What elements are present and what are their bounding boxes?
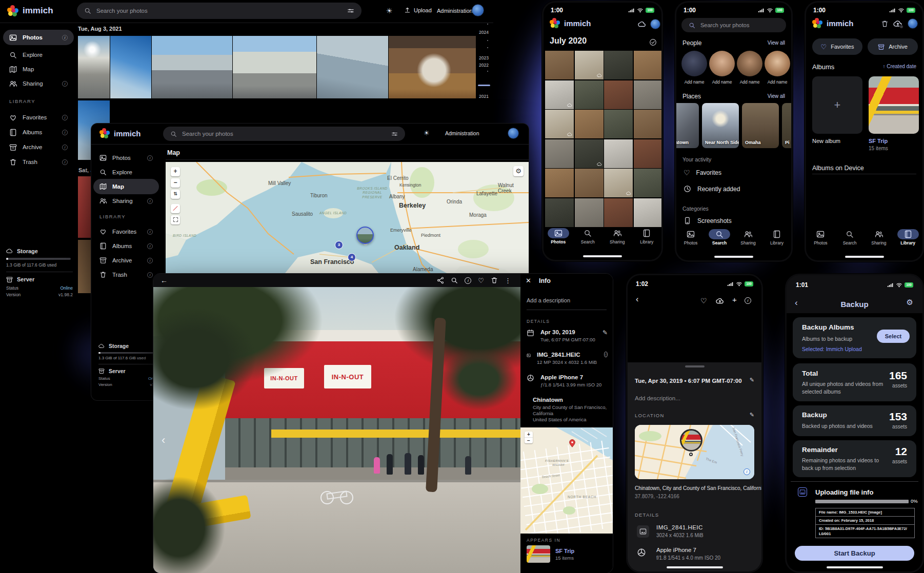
photo-thumbnail[interactable] — [634, 198, 662, 227]
administration-link[interactable]: Administration — [437, 8, 473, 14]
recently-added-row[interactable]: Recently added — [684, 185, 740, 193]
map-zoom-out-button[interactable]: − — [171, 178, 180, 188]
photo-thumbnail[interactable] — [604, 169, 633, 197]
add-description-field[interactable]: Add description... — [635, 395, 680, 401]
albums-sort-button[interactable]: ↑ Created date — [882, 64, 916, 69]
place-card[interactable]: Pi — [782, 103, 793, 148]
photo-thumbnail[interactable] — [575, 80, 604, 109]
start-backup-button[interactable]: Start Backup — [795, 546, 914, 561]
upload-button[interactable]: Upload — [404, 7, 432, 13]
favorite-heart-icon[interactable]: ♡ — [700, 297, 707, 305]
back-arrow-icon[interactable]: ← — [160, 276, 168, 284]
photo-thumbnail[interactable] — [604, 110, 633, 138]
sidebar-item-archive[interactable]: Archivei — [93, 253, 159, 268]
previous-photo-chevron[interactable]: ‹ — [162, 434, 165, 447]
places-view-all-link[interactable]: View all — [768, 93, 785, 99]
photo-thumbnail[interactable] — [575, 51, 604, 79]
photo-main[interactable]: IN-N-OUT IN-N-OUT ‹ — [153, 287, 520, 573]
sidebar-item-albums[interactable]: Albumsi — [3, 125, 74, 140]
place-card[interactable]: Near North Side — [702, 103, 739, 148]
photo-thumbnail[interactable] — [317, 36, 388, 98]
tab-library[interactable]: Library — [636, 228, 657, 244]
user-avatar[interactable] — [508, 128, 519, 139]
tab-sharing[interactable]: Sharing — [737, 229, 759, 245]
tab-library[interactable]: Library — [897, 229, 919, 245]
search-input[interactable]: Search your photos — [681, 18, 786, 32]
user-avatar[interactable] — [908, 18, 918, 29]
photo-thumbnail[interactable] — [545, 169, 574, 197]
sidebar-item-sharing[interactable]: Sharingi — [3, 76, 74, 91]
cloud-upload-icon[interactable] — [716, 297, 724, 305]
tab-search[interactable]: Search — [709, 229, 730, 245]
sidebar-item-favorites[interactable]: Favoritesi — [93, 224, 159, 239]
favorites-row[interactable]: ♡Favorites — [684, 169, 721, 177]
add-description-field[interactable]: Add a description — [527, 297, 570, 303]
tab-search[interactable]: Search — [839, 229, 860, 245]
more-options-icon[interactable]: ⋮ — [505, 277, 511, 284]
add-name-link[interactable]: Add name — [737, 79, 762, 85]
select-albums-button[interactable]: Select — [877, 330, 910, 343]
zoom-icon[interactable] — [451, 277, 458, 284]
file-info-icon[interactable]: i — [604, 352, 608, 357]
map-tilt-button[interactable]: ⇅ — [171, 190, 180, 199]
favorites-button[interactable]: ♡Favorites — [812, 38, 862, 55]
settings-gear-icon[interactable]: ⚙ — [907, 298, 913, 307]
theme-toggle-button[interactable]: ☀ — [424, 129, 430, 137]
new-album-card[interactable]: + — [812, 76, 862, 134]
search-input[interactable]: Search your photos — [77, 3, 361, 19]
user-avatar[interactable] — [650, 19, 660, 29]
photo-thumbnail[interactable] — [575, 169, 604, 197]
sheet-drag-handle[interactable] — [685, 365, 705, 367]
app-logo[interactable]: immich — [99, 128, 141, 138]
share-icon[interactable] — [437, 277, 444, 284]
edit-date-icon[interactable]: ✎ — [602, 329, 608, 342]
archive-button[interactable]: Archive — [868, 38, 918, 55]
photo-thumbnail[interactable] — [233, 36, 316, 98]
tab-photos[interactable]: Photos — [548, 228, 569, 244]
add-name-link[interactable]: Add name — [765, 79, 790, 85]
tab-photos[interactable]: Photos — [810, 229, 831, 245]
add-name-link[interactable]: Add name — [681, 79, 707, 85]
sidebar-item-favorites[interactable]: Favoritesi — [3, 110, 74, 125]
photo-thumbnail[interactable] — [110, 36, 151, 98]
sidebar-item-albums[interactable]: Albumsi — [93, 238, 159, 254]
info-icon[interactable]: i — [465, 277, 471, 284]
photo-thumbnail[interactable] — [545, 51, 574, 79]
delete-icon[interactable] — [491, 277, 498, 284]
trash-icon[interactable] — [881, 20, 889, 28]
photo-thumbnail[interactable] — [545, 80, 574, 109]
favorite-heart-icon[interactable]: ♡ — [478, 277, 484, 284]
sidebar-item-sharing[interactable]: Sharingi — [93, 193, 159, 209]
map-canvas[interactable]: Mill Valley Tiburon Sausalito ANGEL ISLA… — [166, 162, 529, 276]
photo-thumbnail[interactable] — [152, 36, 232, 98]
sidebar-item-archive[interactable]: Archivei — [3, 139, 74, 155]
person-avatar[interactable] — [765, 51, 790, 76]
photo-thumbnail[interactable] — [545, 139, 574, 168]
map-fullscreen-button[interactable] — [171, 215, 180, 224]
sidebar-item-photos[interactable]: Photosi — [93, 150, 159, 166]
screenshots-row[interactable]: Screenshots — [684, 217, 732, 224]
album-name[interactable]: SF Trip — [869, 138, 888, 144]
location-minimap[interactable]: +− FISHERMAN'S WHARF Beach Street NORTH … — [520, 427, 613, 534]
place-card[interactable]: Chinatown — [675, 103, 699, 148]
theme-toggle-button[interactable]: ☀ — [386, 7, 393, 15]
app-logo[interactable]: immich — [7, 5, 53, 16]
sidebar-item-trash[interactable]: Trashi — [93, 267, 159, 282]
edit-location-icon[interactable]: ✎ — [750, 412, 754, 418]
info-icon[interactable]: i — [745, 297, 751, 304]
photo-thumbnail[interactable] — [634, 51, 662, 79]
appears-in-album[interactable]: SF Trip 15 items — [527, 545, 574, 563]
search-input[interactable]: Search your photos — [163, 127, 405, 141]
map-settings-gear-icon[interactable]: ⚙ — [513, 166, 524, 176]
photo-thumbnail[interactable] — [604, 139, 633, 168]
add-to-album-icon[interactable]: + — [732, 295, 737, 304]
sidebar-item-explore[interactable]: Explore — [3, 47, 74, 63]
select-all-check-icon[interactable] — [649, 38, 657, 46]
search-filters-icon[interactable] — [391, 131, 398, 137]
photo-thumbnail[interactable] — [634, 139, 662, 168]
album-card-sf-trip[interactable] — [869, 76, 919, 134]
sidebar-item-map[interactable]: Map — [93, 179, 159, 194]
map-hide-markers-button[interactable] — [171, 204, 180, 213]
close-icon[interactable]: ✕ — [526, 277, 531, 284]
place-card[interactable]: Omaha — [742, 103, 779, 148]
